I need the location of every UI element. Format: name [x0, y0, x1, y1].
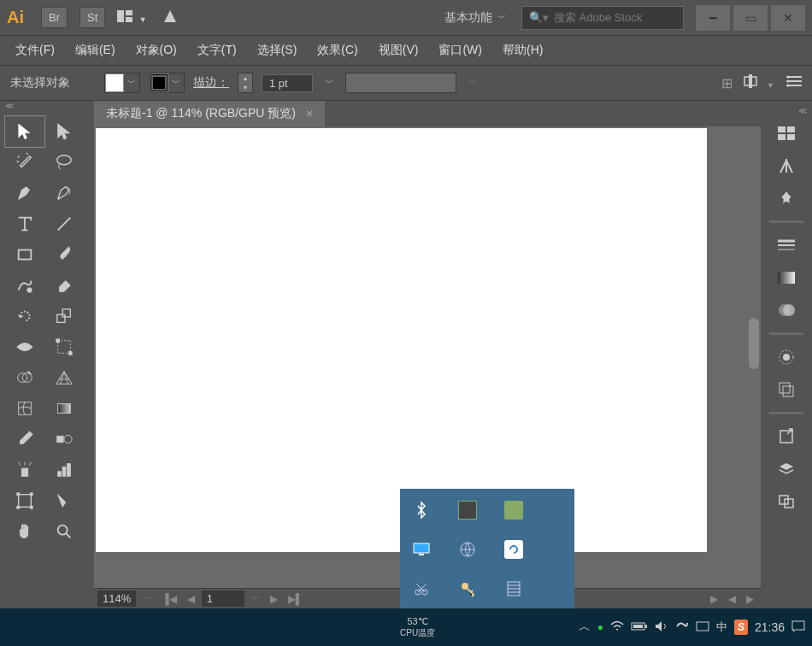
export-panel-icon[interactable] [769, 421, 803, 452]
brushes-panel-icon[interactable] [769, 150, 803, 181]
type-tool[interactable] [5, 208, 44, 239]
first-page-icon[interactable]: ▐◀ [158, 593, 180, 605]
free-transform-tool[interactable] [44, 332, 84, 362]
clock[interactable]: 21:36 [755, 620, 785, 634]
menu-effect[interactable]: 效果(C) [309, 39, 366, 62]
symbols-panel-icon[interactable] [769, 183, 803, 214]
minimize-button[interactable]: ━ [696, 5, 730, 31]
menu-type[interactable]: 文字(T) [189, 39, 245, 62]
next-page-icon[interactable]: ▶ [267, 593, 281, 605]
scale-tool[interactable] [44, 301, 84, 332]
close-tab-icon[interactable]: × [306, 107, 313, 120]
stroke-swatch[interactable]: ﹀ [149, 73, 185, 93]
gradient-panel-icon[interactable] [769, 262, 803, 293]
arrange-icon[interactable]: ▼ [117, 10, 146, 26]
spinner-up-icon[interactable]: ▴ [238, 73, 252, 83]
maximize-button[interactable]: ▭ [733, 5, 768, 31]
stroke-spinner[interactable]: ▴ ▾ [238, 73, 253, 93]
notifications-icon[interactable] [791, 620, 805, 635]
eyedropper-tool[interactable] [5, 424, 44, 455]
scroll-left-icon[interactable]: ◀ [725, 593, 739, 605]
stock-button[interactable]: St [79, 7, 105, 28]
ime-indicator[interactable]: 中 [716, 620, 727, 635]
appearance-panel-icon[interactable] [769, 342, 803, 373]
swatches-panel-icon[interactable] [769, 118, 803, 149]
width-tool[interactable] [5, 332, 44, 362]
gpu-icon[interactable] [162, 9, 178, 27]
scroll-end-icon[interactable]: ▶ [743, 593, 757, 605]
scroll-thumb[interactable] [749, 318, 759, 369]
magic-wand-tool[interactable] [5, 147, 44, 178]
last-page-icon[interactable]: ▶▌ [285, 593, 307, 605]
snip-icon[interactable] [412, 579, 431, 598]
spinner-down-icon[interactable]: ▾ [238, 83, 252, 92]
nvidia-icon[interactable] [458, 501, 477, 520]
scroll-right-icon[interactable]: ▶ [707, 593, 721, 605]
align-icon[interactable]: ▼ [744, 74, 774, 91]
stroke-dropdown[interactable]: ﹀ [321, 77, 337, 89]
shape-builder-tool[interactable] [5, 362, 44, 393]
menu-help[interactable]: 帮助(H) [494, 39, 551, 62]
sync-icon[interactable] [504, 540, 523, 559]
menu-object[interactable]: 对象(O) [127, 39, 185, 62]
direct-selection-tool[interactable] [44, 116, 84, 147]
tray-expand-icon[interactable]: ︿ [579, 620, 591, 635]
list-icon[interactable] [786, 75, 802, 91]
wifi-icon[interactable] [610, 620, 624, 635]
rectangle-tool[interactable] [5, 239, 44, 270]
key-icon[interactable] [458, 579, 477, 598]
grid-icon[interactable]: ⊞ [721, 75, 733, 91]
pen-tool[interactable] [5, 178, 44, 208]
prev-page-icon[interactable]: ◀ [184, 593, 198, 605]
close-button[interactable]: ✕ [771, 5, 805, 31]
document-tab[interactable]: 未标题-1 @ 114% (RGB/GPU 预览) × [94, 101, 325, 126]
opacity-box[interactable] [345, 73, 456, 93]
menu-edit[interactable]: 编辑(E) [67, 39, 124, 62]
paintbrush-tool[interactable] [44, 239, 84, 270]
page-input[interactable]: 1 [202, 590, 244, 607]
selection-tool[interactable] [5, 116, 44, 147]
shaper-tool[interactable] [5, 270, 44, 301]
zoom-tool[interactable] [44, 516, 84, 547]
artboards-panel-icon[interactable] [769, 486, 803, 517]
page-dropdown-icon[interactable]: ﹀ [248, 593, 263, 605]
workspace-dropdown[interactable]: 基本功能 ﹀ [444, 10, 506, 26]
layers-panel-icon[interactable] [769, 454, 803, 484]
zoom-input[interactable]: 114% [97, 590, 136, 607]
panel-collapse-icon[interactable]: ≪ [798, 106, 812, 116]
eraser-tool[interactable] [44, 270, 84, 301]
tablet-icon[interactable] [696, 621, 709, 634]
panel-collapse-icon[interactable]: ≪ [0, 101, 94, 111]
slice-tool[interactable] [44, 485, 84, 516]
stroke-label[interactable]: 描边： [193, 75, 229, 91]
menu-file[interactable]: 文件(F) [7, 39, 63, 62]
transparency-panel-icon[interactable] [769, 295, 803, 326]
lasso-tool[interactable] [44, 147, 84, 178]
curvature-tool[interactable] [44, 178, 84, 208]
menu-window[interactable]: 窗口(W) [430, 39, 491, 62]
search-stock-input[interactable]: 🔍▾ 搜索 Adobe Stock [521, 6, 684, 30]
gradient-tool[interactable] [44, 393, 84, 424]
sogou-icon[interactable]: S [734, 620, 748, 635]
menu-select[interactable]: 选择(S) [249, 39, 306, 62]
rotate-tool[interactable] [5, 301, 44, 332]
perspective-tool[interactable] [44, 362, 84, 393]
artboard-tool[interactable] [5, 485, 44, 516]
wechat-icon[interactable]: ● [597, 621, 603, 633]
bluetooth-icon[interactable] [412, 501, 431, 520]
cpu-temp-widget[interactable]: 53℃ CPU温度 [400, 616, 435, 639]
volume-icon[interactable] [655, 620, 668, 635]
symbol-sprayer-tool[interactable] [5, 455, 44, 485]
menu-view[interactable]: 视图(V) [370, 39, 427, 62]
bridge-button[interactable]: Br [41, 7, 68, 28]
blend-tool[interactable] [44, 424, 84, 455]
battery-icon[interactable] [631, 621, 648, 634]
hand-tool[interactable] [5, 516, 44, 547]
note-icon[interactable] [504, 501, 523, 520]
line-tool[interactable] [44, 208, 84, 239]
zoom-dropdown-icon[interactable]: ﹀ [139, 593, 155, 605]
stroke-panel-icon[interactable] [769, 230, 803, 261]
stroke-value-input[interactable]: 1 pt [262, 74, 313, 92]
fill-swatch[interactable]: ﹀ [104, 73, 140, 93]
vertical-scrollbar[interactable] [747, 147, 761, 574]
